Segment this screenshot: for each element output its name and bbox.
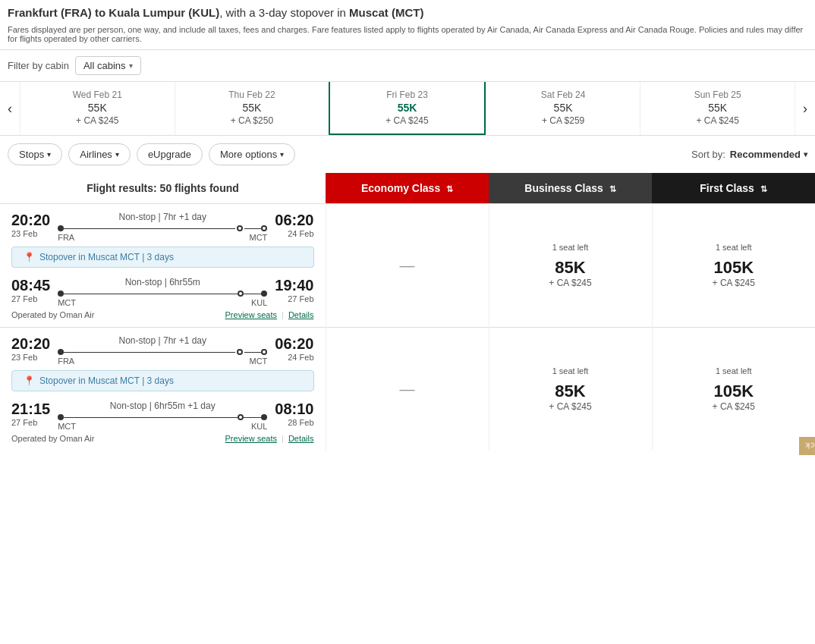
table-header-row: Flight results: 50 flights found Economy… — [0, 173, 815, 204]
airlines-arrow-icon: ▾ — [115, 150, 119, 159]
page-header: Frankfurt (FRA) to Kuala Lumpur (KUL), w… — [0, 0, 815, 22]
duration-2: Non-stop | 7hr +1 day — [58, 335, 267, 346]
first-seat-left-2: 1 seat left — [660, 366, 808, 375]
first-sort-icon: ⇅ — [760, 184, 767, 193]
airlines-button[interactable]: Airlines ▾ — [68, 143, 131, 165]
page-title: Frankfurt (FRA) to Kuala Lumpur (KUL), w… — [8, 6, 807, 19]
dep-date-2b: 27 Feb — [11, 418, 50, 427]
duration-1b: Non-stop | 6hr55m — [58, 277, 267, 287]
stopover-icon-2: 📍 — [24, 375, 35, 386]
details-link-2[interactable]: Details — [288, 434, 314, 443]
dep-airport-2: FRA — [58, 357, 74, 366]
sort-arrow-icon: ▾ — [804, 150, 807, 159]
cabin-select[interactable]: All cabins ▾ — [75, 56, 141, 75]
th-flight: Flight results: 50 flights found — [0, 173, 326, 204]
sort-label: Sort by: — [691, 149, 725, 160]
date-next-button[interactable]: › — [795, 82, 815, 135]
flight-line-1 — [64, 228, 235, 229]
eupgrade-label: eUpgrade — [148, 149, 191, 160]
business-seat-left-2: 1 seat left — [497, 366, 644, 375]
arr-airport-2b: KUL — [251, 422, 267, 431]
arr-time-2b: 08:10 — [275, 401, 313, 418]
stopover-text-1: Stopover in Muscat MCT | 3 days — [39, 252, 174, 262]
business-cell-1[interactable]: 1 seat left 85K + CA $245 — [489, 204, 652, 328]
flight-segment-2b: 21:15 27 Feb Non-stop | 6hr55m +1 day — [0, 396, 326, 451]
dep-time-1b: 08:45 — [11, 277, 50, 294]
business-sort-icon: ⇅ — [609, 184, 616, 193]
stopover-bar-2: 📍 Stopover in Muscat MCT | 3 days — [11, 370, 314, 391]
duration-1: Non-stop | 7hr +1 day — [58, 212, 267, 222]
date-item-3[interactable]: Sat Feb 24 55K + CA $259 — [486, 82, 640, 135]
results-table: Flight results: 50 flights found Economy… — [0, 173, 815, 451]
flight-extra-2: Operated by Oman Air Preview seats | Det… — [11, 431, 314, 443]
arr-date-2b: 28 Feb — [275, 418, 313, 427]
arr-date-1b: 27 Feb — [275, 294, 313, 303]
th-first: First Class ⇅ — [652, 173, 815, 204]
more-options-button[interactable]: More options ▾ — [209, 143, 295, 165]
business-cell-2[interactable]: 1 seat left 85K + CA $245 — [489, 328, 652, 451]
dep-airport-1b: MCT — [58, 298, 76, 307]
operated-by-2: Operated by Oman Air — [11, 434, 94, 443]
flight-info-cell-1: 20:20 23 Feb Non-stop | 7hr +1 day — [0, 204, 326, 328]
business-pts-1: 85K — [497, 258, 644, 278]
sort-select[interactable]: Recommended ▾ — [730, 149, 807, 160]
dep-date-1: 23 Feb — [11, 229, 50, 238]
dep-time-1: 20:20 — [11, 212, 50, 229]
filter-bar: Filter by cabin All cabins ▾ — [0, 50, 815, 81]
date-item-0[interactable]: Wed Feb 21 55K + CA $245 — [20, 82, 175, 135]
date-item-4[interactable]: Sun Feb 25 55K + CA $245 — [640, 82, 795, 135]
flight-extra-1: Operated by Oman Air Preview seats | Det… — [11, 307, 314, 319]
more-options-arrow-icon: ▾ — [280, 150, 284, 159]
business-cad-1: + CA $245 — [497, 278, 644, 288]
dep-airport-1: FRA — [58, 233, 74, 242]
business-cad-2: + CA $245 — [497, 401, 644, 412]
first-cell-2[interactable]: 1 seat left 105K + CA $245 — [652, 328, 815, 451]
first-cad-1: + CA $245 — [660, 278, 808, 288]
date-item-2[interactable]: Fri Feb 23 55K + CA $245 — [329, 82, 486, 135]
stops-button[interactable]: Stops ▾ — [8, 143, 62, 165]
first-pts-1: 105K — [660, 258, 808, 278]
cabin-arrow-icon: ▾ — [129, 61, 133, 70]
business-pts-2: 85K — [497, 382, 644, 401]
arr-airport-1: MCT — [250, 233, 268, 242]
dep-date-1b: 27 Feb — [11, 294, 50, 303]
dep-time-2: 20:20 — [11, 335, 50, 353]
economy-cell-1: — — [326, 204, 489, 328]
arr-time-1b: 19:40 — [275, 277, 313, 294]
arr-date-1: 24 Feb — [275, 229, 313, 238]
th-economy: Economy Class ⇅ — [326, 173, 489, 204]
preview-seats-link-2[interactable]: Preview seats — [225, 434, 277, 443]
table-row: 20:20 23 Feb Non-stop | 7hr +1 day — [0, 328, 815, 451]
economy-dash-2: — — [334, 381, 481, 398]
date-nav: ‹ Wed Feb 21 55K + CA $245 Thu Feb 22 55… — [0, 81, 815, 136]
economy-sort-icon: ⇅ — [446, 184, 453, 193]
arr-time-1: 06:20 — [275, 212, 313, 229]
first-label: First Class — [700, 182, 754, 194]
arr-date-2: 24 Feb — [275, 353, 313, 362]
date-prev-button[interactable]: ‹ — [0, 82, 20, 135]
eupgrade-button[interactable]: eUpgrade — [137, 143, 203, 165]
controls-bar: Stops ▾ Airlines ▾ eUpgrade More options… — [0, 136, 815, 173]
preview-seats-link-1[interactable]: Preview seats — [225, 310, 277, 319]
sort-area: Sort by: Recommended ▾ — [691, 149, 807, 160]
dep-airport-2b: MCT — [58, 422, 76, 431]
first-seat-left-1: 1 seat left — [660, 243, 808, 252]
stopover-icon-1: 📍 — [24, 252, 35, 262]
first-cad-2: + CA $245 — [660, 401, 808, 412]
flight-segment-2: 20:20 23 Feb Non-stop | 7hr +1 day — [0, 328, 326, 366]
first-cell-1[interactable]: 1 seat left 105K + CA $245 — [652, 204, 815, 328]
economy-dash-1: — — [334, 257, 481, 275]
th-business: Business Class ⇅ — [489, 173, 652, 204]
site-feedback-button[interactable]: Site Feedback — [798, 436, 815, 451]
airlines-label: Airlines — [80, 149, 112, 160]
arr-airport-1b: KUL — [251, 298, 267, 307]
details-link-1[interactable]: Details — [288, 310, 314, 319]
date-item-1[interactable]: Thu Feb 22 55K + CA $250 — [175, 82, 329, 135]
dep-time-2b: 21:15 — [11, 401, 50, 418]
flight-info-cell-2: 20:20 23 Feb Non-stop | 7hr +1 day — [0, 328, 326, 451]
duration-2b: Non-stop | 6hr55m +1 day — [58, 401, 267, 411]
stops-label: Stops — [19, 149, 44, 160]
filter-label: Filter by cabin — [8, 60, 69, 71]
sort-value: Recommended — [730, 149, 801, 160]
cabin-value: All cabins — [83, 60, 126, 71]
